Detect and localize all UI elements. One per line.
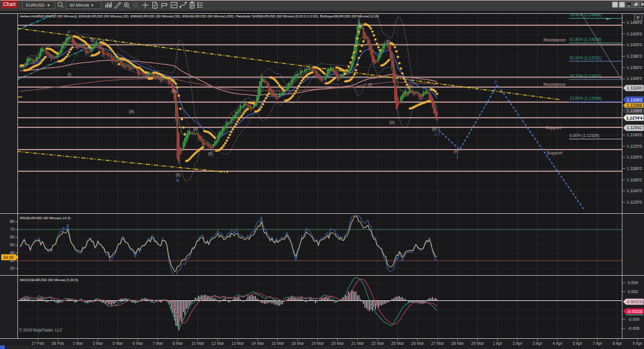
svg-text:1: 1 <box>456 154 459 159</box>
svg-text:23.60% (1.12996): 23.60% (1.12996) <box>570 96 601 101</box>
svg-text:38.20% (1.13402): 38.20% (1.13402) <box>570 74 601 79</box>
svg-text:(ii): (ii) <box>386 39 390 44</box>
svg-text:28 Mar: 28 Mar <box>451 341 465 345</box>
svg-text:1.1240'0: 1.1240'0 <box>627 133 642 137</box>
svg-text:25 Mar: 25 Mar <box>391 341 405 345</box>
svg-text:3 Mar: 3 Mar <box>92 341 103 345</box>
svg-text:50.00% (1.13731): 50.00% (1.13731) <box>570 56 601 61</box>
svg-text:14 Mar: 14 Mar <box>251 341 265 345</box>
svg-text:28 Feb: 28 Feb <box>52 341 64 345</box>
svg-text:-0.006: -0.006 <box>628 326 639 330</box>
svg-text:1 Mar: 1 Mar <box>73 341 83 345</box>
svg-text:Support: Support <box>547 150 563 156</box>
svg-text:RSI(EURUSD (60 Minute),14,3): RSI(EURUSD (60 Minute),14,3) <box>20 216 71 220</box>
svg-text:(iii): (iii) <box>129 109 134 114</box>
svg-text:(i): (i) <box>68 72 71 77</box>
svg-text:(v): (v) <box>176 172 180 177</box>
svg-text:7 Apr: 7 Apr <box>592 341 603 346</box>
svg-text:(b): (b) <box>208 151 213 156</box>
svg-text:C: C <box>358 18 361 22</box>
svg-text:© 2019 NinjaTrader, LLC: © 2019 NinjaTrader, LLC <box>19 328 62 333</box>
svg-text:20 Mar: 20 Mar <box>331 341 345 345</box>
svg-text:4 Apr: 4 Apr <box>553 341 563 346</box>
svg-text:8 Apr: 8 Apr <box>613 341 623 346</box>
svg-text:1 Apr: 1 Apr <box>493 341 503 346</box>
svg-text:3 Apr: 3 Apr <box>533 341 543 346</box>
svg-text:0.002: 0.002 <box>628 290 638 294</box>
svg-text:(ii): (ii) <box>91 37 95 42</box>
svg-text:B: B <box>176 178 179 183</box>
svg-text:50: 50 <box>10 243 14 247</box>
svg-text:(v): (v) <box>454 149 458 154</box>
svg-text:6 Mar: 6 Mar <box>133 341 143 345</box>
svg-text:(v) ?: (v) ? <box>432 127 440 132</box>
svg-text:27 Feb: 27 Feb <box>31 341 44 345</box>
svg-text:10 Mar: 10 Mar <box>191 341 205 345</box>
svg-text:0.004: 0.004 <box>628 281 638 285</box>
svg-text:1.12542: 1.12542 <box>627 126 642 130</box>
svg-text:1 ?: 1 ? <box>435 132 440 136</box>
svg-text:26 Mar: 26 Mar <box>411 341 424 345</box>
svg-text:13 Mar: 13 Mar <box>231 341 244 345</box>
svg-text:1.1400'0: 1.1400'0 <box>627 43 642 47</box>
svg-text:34.92: 34.92 <box>3 255 14 259</box>
svg-text:18 Mar: 18 Mar <box>291 341 304 345</box>
svg-text:2 Apr: 2 Apr <box>513 341 523 346</box>
svg-text:21 Mar: 21 Mar <box>351 341 364 345</box>
svg-text:Resistance: Resistance <box>543 37 565 43</box>
svg-text:1.1274'4: 1.1274'4 <box>627 116 643 120</box>
svg-text:60: 60 <box>10 235 14 239</box>
svg-text:2: 2 <box>495 80 497 84</box>
svg-text:1.1380'0: 1.1380'0 <box>627 54 642 58</box>
svg-text:1.13249: 1.13249 <box>627 86 642 90</box>
svg-text:-0.004: -0.004 <box>628 317 639 321</box>
svg-text:(iv): (iv) <box>408 83 413 88</box>
svg-text:22 Mar: 22 Mar <box>372 341 385 345</box>
svg-text:80: 80 <box>10 219 14 223</box>
svg-text:1.1160'0: 1.1160'0 <box>627 178 642 182</box>
svg-text:-0.00226: -0.00226 <box>627 309 643 314</box>
svg-text:15 Mar: 15 Mar <box>271 341 284 345</box>
svg-text:Support: Support <box>546 125 562 130</box>
svg-text:5 Mar: 5 Mar <box>113 341 124 345</box>
svg-text:1.1140'0: 1.1140'0 <box>627 189 642 193</box>
svg-text:←: ← <box>604 13 612 22</box>
svg-text:27 Mar: 27 Mar <box>431 341 444 345</box>
svg-text:1.1180'0: 1.1180'0 <box>627 166 642 171</box>
svg-text:1.13053: 1.13053 <box>627 98 642 102</box>
svg-text:5 Apr: 5 Apr <box>573 341 583 346</box>
svg-text:1.1340'0: 1.1340'0 <box>627 76 642 80</box>
svg-text:1.1200'0: 1.1200'0 <box>627 155 642 159</box>
svg-text:1.1420'0: 1.1420'0 <box>627 32 642 36</box>
svg-text:7 Mar: 7 Mar <box>152 341 163 345</box>
svg-text:20: 20 <box>10 266 14 270</box>
svg-text:70: 70 <box>10 227 14 231</box>
svg-text:-0.000291: -0.000291 <box>626 300 644 304</box>
svg-text:1.1360'0: 1.1360'0 <box>627 65 642 70</box>
svg-text:40: 40 <box>10 250 14 255</box>
svg-text:29 Mar: 29 Mar <box>471 341 484 345</box>
svg-text:(i): (i) <box>369 82 372 87</box>
svg-text:F: F <box>637 15 640 20</box>
svg-text:1.12895: 1.12895 <box>627 109 642 113</box>
svg-text:MACD(EURUSD (60 Minute),5,34,5: MACD(EURUSD (60 Minute),5,34,5) <box>20 278 78 282</box>
svg-text:61.80% (1.14059): 61.80% (1.14059) <box>570 37 601 42</box>
svg-text:(c): (c) <box>358 22 363 27</box>
svg-text:19 Mar: 19 Mar <box>311 341 325 345</box>
svg-text:(iv): (iv) <box>172 89 177 94</box>
svg-text:1.12958: 1.12958 <box>627 103 642 108</box>
svg-text:(iii): (iii) <box>390 120 394 125</box>
svg-text:0.00% (1.12339): 0.00% (1.12339) <box>570 133 599 138</box>
svg-text:HeikenAshi8(EURUSD (60 Minute): HeikenAshi8(EURUSD (60 Minute)), EMA(EUR… <box>20 14 379 18</box>
svg-text:1.1120'0: 1.1120'0 <box>627 200 642 204</box>
svg-text:Resistance: Resistance <box>543 82 565 87</box>
svg-text:8 Mar: 8 Mar <box>172 341 183 345</box>
svg-text:1.1220'0: 1.1220'0 <box>627 144 642 148</box>
svg-text:12 Mar: 12 Mar <box>211 341 224 345</box>
svg-text:9 Apr: 9 Apr <box>633 341 643 346</box>
svg-text:(a): (a) <box>193 127 198 132</box>
